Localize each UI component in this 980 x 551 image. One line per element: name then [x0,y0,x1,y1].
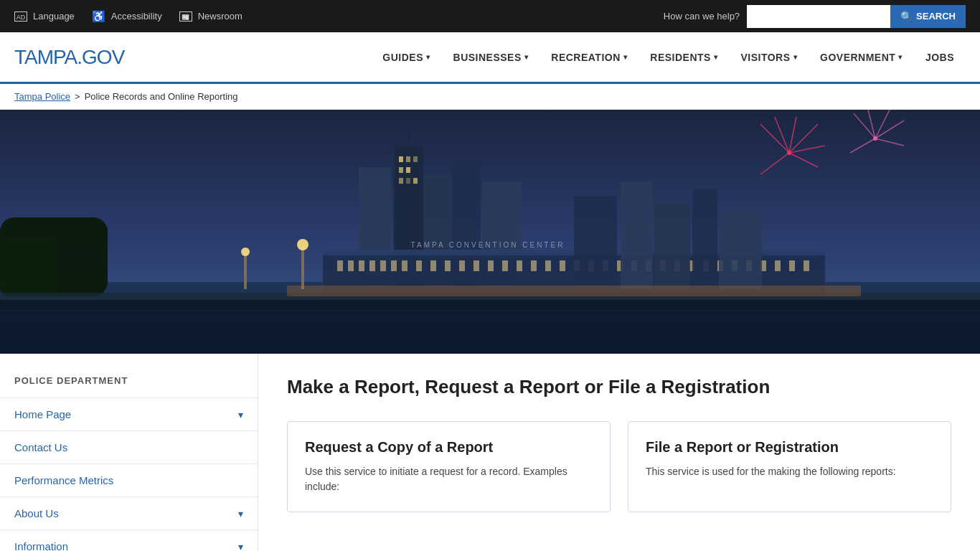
logo-main: TAMPA [14,46,77,68]
sidebar-item-performance-label: Performance Metrics [14,474,113,486]
card-request-copy-title: Request a Copy of a Report [305,439,593,456]
svg-rect-50 [545,260,551,271]
newsroom-link[interactable]: 📰 Newsroom [179,11,242,22]
svg-rect-51 [560,260,565,271]
cards-row: Request a Copy of a Report Use this serv… [287,421,951,512]
card-request-copy-text: Use this service to initiate a request f… [305,464,593,494]
search-prompt-label: How can we help? [664,11,740,22]
site-logo[interactable]: TAMPA.GOV [14,46,124,69]
nav-businesses[interactable]: BUSINESSES ▾ [442,32,540,83]
breadcrumb-current: Police Records and Online Reporting [85,91,238,102]
sidebar-item-information[interactable]: Information ▾ [0,529,258,551]
newsroom-label: Newsroom [198,11,242,22]
sidebar-item-contactus-label: Contact Us [14,441,67,453]
breadcrumb: Tampa Police > Police Records and Online… [0,84,980,110]
language-link[interactable]: AD Language [14,11,75,22]
nav-residents-label: RESIDENTS [650,52,711,63]
residents-caret-icon: ▾ [714,53,718,61]
nav-residents[interactable]: RESIDENTS ▾ [639,32,729,83]
svg-rect-71 [621,182,653,289]
svg-rect-23 [407,131,410,149]
top-bar-left: AD Language ♿ Accessibility 📰 Newsroom [14,10,242,23]
nav-visitors-label: VISITORS [740,52,790,63]
svg-rect-35 [348,260,354,271]
sidebar-item-homepage[interactable]: Home Page ▾ [0,397,258,430]
top-bar-right: How can we help? 🔍 SEARCH [664,5,966,28]
sidebar-item-information-label: Information [14,540,68,551]
nav-businesses-label: BUSINESSES [453,52,522,63]
svg-rect-73 [692,189,717,289]
svg-rect-68 [804,260,809,271]
sidebar-item-homepage-label: Home Page [14,408,71,420]
card-file-report: File a Report or Registration This servi… [628,421,951,512]
svg-rect-26 [413,156,418,162]
nav-guides[interactable]: GUIDES ▾ [371,32,441,83]
svg-rect-86 [287,286,861,296]
top-search-input[interactable] [747,5,890,28]
card-request-copy: Request a Copy of a Report Use this serv… [287,421,611,512]
svg-rect-49 [531,260,537,271]
nav-visitors[interactable]: VISITORS ▾ [729,32,809,83]
svg-rect-67 [789,260,795,271]
language-icon: AD [14,11,27,22]
sidebar: POLICE DEPARTMENT Home Page ▾ Contact Us… [0,354,258,551]
svg-rect-39 [391,260,397,271]
svg-rect-29 [399,178,403,184]
nav-recreation[interactable]: RECREATION ▾ [540,32,639,83]
svg-rect-84 [244,253,247,289]
content-area: POLICE DEPARTMENT Home Page ▾ Contact Us… [0,354,980,551]
aboutus-caret-icon: ▾ [238,508,243,519]
guides-caret-icon: ▾ [426,53,430,61]
sidebar-item-performance[interactable]: Performance Metrics [0,463,258,496]
main-nav: GUIDES ▾ BUSINESSES ▾ RECREATION ▾ RESID… [153,32,966,83]
search-button-label: SEARCH [916,11,956,22]
sidebar-item-contactus[interactable]: Contact Us [0,430,258,463]
svg-point-85 [241,248,250,256]
homepage-caret-icon: ▾ [238,409,243,420]
nav-recreation-label: RECREATION [551,52,621,63]
svg-rect-24 [399,156,403,162]
svg-rect-43 [445,260,451,271]
accessibility-label: Accessibility [111,11,162,22]
svg-rect-36 [359,260,364,271]
accessibility-icon: ♿ [92,10,105,23]
sidebar-item-aboutus[interactable]: About Us ▾ [0,496,258,529]
svg-rect-48 [517,260,522,271]
page-title: Make a Report, Request a Report or File … [287,375,951,400]
svg-rect-38 [380,260,386,271]
svg-rect-47 [502,260,508,271]
government-caret-icon: ▾ [898,53,903,61]
hero-image: TAMPA CONVENTION CENTER [0,110,980,354]
svg-text:TAMPA CONVENTION CENTER: TAMPA CONVENTION CENTER [411,241,565,249]
search-icon: 🔍 [900,11,913,22]
nav-jobs[interactable]: JOBS [914,32,966,83]
language-label: Language [33,11,75,22]
sidebar-item-aboutus-label: About Us [14,507,59,519]
newsroom-icon: 📰 [179,11,192,22]
recreation-caret-icon: ▾ [623,53,628,61]
svg-rect-37 [369,260,375,271]
svg-rect-45 [473,260,479,271]
accessibility-link[interactable]: ♿ Accessibility [92,10,162,23]
svg-rect-74 [719,210,762,289]
nav-government[interactable]: GOVERNMENT ▾ [809,32,914,83]
svg-point-83 [297,239,308,250]
main-content: Make a Report, Request a Report or File … [258,354,980,551]
svg-rect-44 [459,260,465,271]
breadcrumb-parent[interactable]: Tampa Police [14,91,70,102]
svg-rect-31 [413,178,418,184]
svg-rect-70 [574,196,617,289]
businesses-caret-icon: ▾ [524,53,529,61]
svg-rect-28 [406,167,410,173]
top-search-button[interactable]: 🔍 SEARCH [890,5,966,28]
svg-rect-42 [430,260,436,271]
top-bar: AD Language ♿ Accessibility 📰 Newsroom H… [0,0,980,32]
svg-rect-30 [406,178,410,184]
visitors-caret-icon: ▾ [793,53,798,61]
nav-government-label: GOVERNMENT [820,52,895,63]
svg-rect-76 [0,239,57,296]
information-caret-icon: ▾ [238,541,243,552]
svg-rect-27 [399,167,403,173]
sidebar-title: POLICE DEPARTMENT [0,368,258,397]
svg-rect-78 [0,300,980,354]
